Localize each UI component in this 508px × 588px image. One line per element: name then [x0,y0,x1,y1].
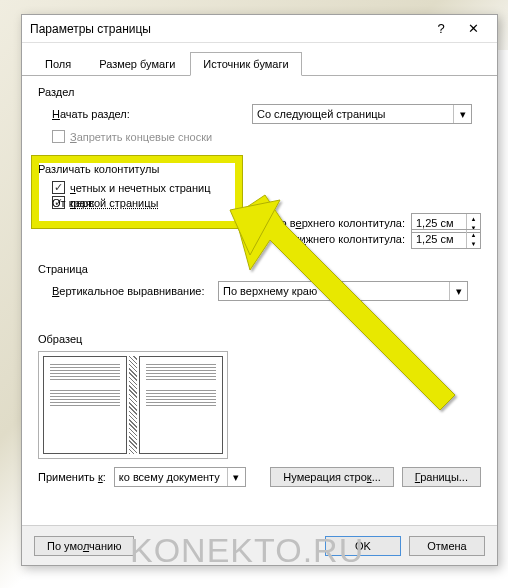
suppress-endnotes-label: Запретить концевые сноски [70,131,212,143]
to-header-label: до верхнего колонтитула: [274,217,405,229]
spinner-buttons[interactable]: ▲▼ [466,230,480,248]
to-footer-label: до нижнего колонтитула: [278,233,405,245]
dialog-title: Параметры страницы [30,22,425,36]
titlebar: Параметры страницы ? ✕ [22,15,497,43]
page-group-label: Страница [38,263,481,275]
chevron-down-icon: ▾ [449,282,467,300]
section-start-select[interactable]: Со следующей страницы ▾ [252,104,472,124]
valign-select[interactable]: По верхнему краю ▾ [218,281,468,301]
cancel-button[interactable]: Отмена [409,536,485,556]
line-numbers-button[interactable]: Нумерация строк... [270,467,393,487]
apply-to-label: Применить к: [38,471,106,483]
section-group-label: Раздел [38,86,481,98]
dialog-footer: По умолчанию OK Отмена [22,525,497,565]
help-button[interactable]: ? [425,18,457,40]
chevron-down-icon: ▾ [453,105,471,123]
section-start-label: Начать раздел: [52,108,252,120]
borders-button[interactable]: Границы... [402,467,481,487]
apply-to-select[interactable]: ко всему документу ▾ [114,467,246,487]
default-button[interactable]: По умолчанию [34,536,134,556]
preview-page-left [43,356,127,454]
close-button[interactable]: ✕ [457,18,489,40]
suppress-endnotes-checkbox[interactable] [52,130,65,143]
preview-pane [38,351,228,459]
tab-margins[interactable]: Поля [32,52,84,76]
ok-button[interactable]: OK [325,536,401,556]
chevron-down-icon: ▾ [227,468,245,486]
footer-distance-spinner[interactable]: 1,25 см ▲▼ [411,229,481,249]
preview-label: Образец [38,333,481,345]
odd-even-checkbox[interactable] [52,181,65,194]
headers-footers-group-label: Различать колонтитулы [38,163,481,175]
tab-paper-source[interactable]: Источник бумаги [190,52,301,76]
tab-strip: Поля Размер бумаги Источник бумаги [22,43,497,76]
preview-page-right [139,356,223,454]
page-setup-dialog: Параметры страницы ? ✕ Поля Размер бумаг… [21,14,498,566]
odd-even-label: четных и нечетных страниц [70,182,210,194]
from-edge-label: От края: [52,197,95,209]
tab-content: Раздел Начать раздел: Со следующей стран… [22,76,497,487]
valign-label: Вертикальное выравнивание: [52,285,218,297]
tab-paper-size[interactable]: Размер бумаги [86,52,188,76]
